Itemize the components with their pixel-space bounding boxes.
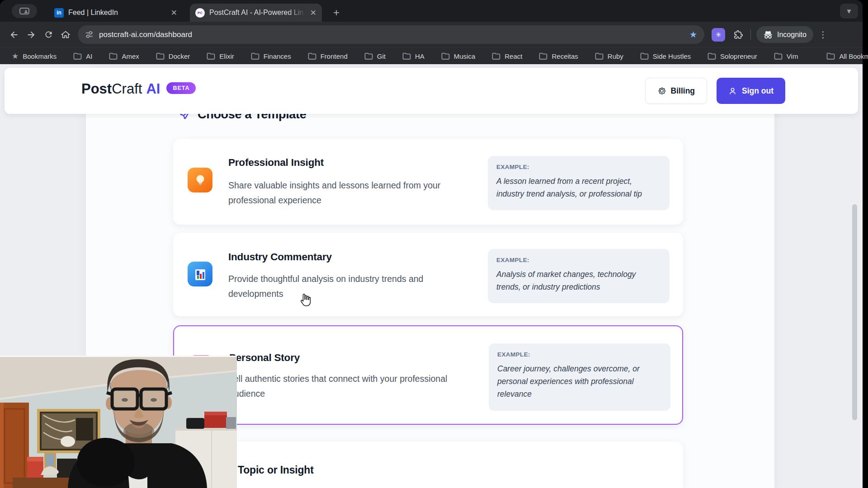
- billing-button[interactable]: Billing: [645, 78, 707, 104]
- tab-list-chevron-button[interactable]: ▼: [840, 4, 858, 19]
- bookmark-folder[interactable]: Docker: [156, 52, 190, 60]
- incognito-label: Incognito: [777, 31, 807, 39]
- example-box: EXAMPLE: Analysis of market changes, tec…: [488, 249, 670, 303]
- bar-chart-icon: [188, 262, 212, 286]
- tab-title: PostCraft AI - AI-Powered Lin: [209, 9, 306, 17]
- site-settings-icon[interactable]: [85, 30, 94, 39]
- address-bar[interactable]: postcraft-ai.com/dashboard ★: [78, 25, 704, 44]
- incognito-icon: [763, 31, 773, 39]
- gear-icon: [657, 86, 666, 95]
- back-button[interactable]: [5, 26, 23, 43]
- folder-icon: [73, 52, 82, 60]
- logo-text-regular: Craft: [112, 81, 142, 97]
- tab-strip: in Feed | LinkedIn ✕ PC PostCraft AI - A…: [0, 0, 863, 22]
- tab-title: Feed | LinkedIn: [68, 9, 166, 17]
- home-button[interactable]: [57, 26, 74, 43]
- bookmark-folder-label: Git: [377, 52, 386, 60]
- example-text: Career journey, challenges overcome, or …: [497, 362, 662, 400]
- bookmark-folders: AI Amex Docker: [73, 52, 815, 60]
- reload-button[interactable]: [40, 26, 57, 43]
- example-text: Analysis of market changes, technology t…: [496, 268, 661, 293]
- close-tab-icon[interactable]: ✕: [171, 9, 177, 17]
- bookmark-folder-label: Frontend: [321, 52, 348, 60]
- all-bookmarks-item[interactable]: All Bookmarks: [826, 52, 868, 60]
- browser-toolbar: postcraft-ai.com/dashboard ★ ✳ Incognito…: [0, 22, 863, 47]
- folder-icon: [156, 52, 165, 60]
- postcraft-icon: PC: [195, 8, 205, 18]
- bookmark-folder-label: Finances: [264, 52, 291, 60]
- template-description: Tell authentic stories that connect with…: [229, 371, 480, 401]
- extensions-puzzle-icon[interactable]: [731, 27, 746, 42]
- star-icon: ★: [12, 52, 19, 61]
- template-title: Personal Story: [229, 352, 300, 364]
- bookmark-folder-label: Elixir: [219, 52, 234, 60]
- bookmark-folder[interactable]: Solopreneur: [708, 52, 757, 60]
- all-bookmarks-label: All Bookmarks: [839, 52, 868, 60]
- template-title: Industry Commentary: [228, 251, 332, 263]
- beta-badge: BETA: [166, 82, 196, 94]
- bookmark-folder[interactable]: Side Hustles: [640, 52, 691, 60]
- bookmark-folder-label: Ruby: [608, 52, 623, 60]
- bookmark-folder[interactable]: Elixir: [207, 52, 234, 60]
- forward-button[interactable]: [23, 26, 40, 43]
- screen: in Feed | LinkedIn ✕ PC PostCraft AI - A…: [0, 0, 868, 488]
- bookmark-folder[interactable]: Finances: [251, 52, 291, 60]
- bookmark-folder-label: Musica: [454, 52, 476, 60]
- topic-input-card[interactable]: Your Topic or Insight: [173, 441, 683, 488]
- bookmarks-manager-item[interactable]: ★ Bookmarks: [12, 52, 57, 61]
- incognito-badge: Incognito: [756, 26, 813, 43]
- tab-search-button[interactable]: [12, 4, 37, 18]
- extension-icon[interactable]: ✳: [712, 28, 725, 42]
- tab-feed-linkedin[interactable]: in Feed | LinkedIn ✕: [49, 4, 183, 22]
- example-label: EXAMPLE:: [496, 164, 661, 170]
- folder-icon: [826, 52, 835, 60]
- example-text: A lesson learned from a recent project, …: [496, 175, 661, 200]
- bookmark-folder[interactable]: HA: [402, 52, 425, 60]
- bookmark-folder-label: AI: [86, 52, 92, 60]
- folder-icon: [640, 52, 649, 60]
- bookmark-folder[interactable]: Vim: [774, 52, 798, 60]
- bookmark-folder[interactable]: Musica: [441, 52, 476, 60]
- folder-icon: [109, 52, 118, 60]
- signout-button[interactable]: Sign out: [717, 78, 785, 104]
- bookmark-folder[interactable]: Frontend: [308, 52, 348, 60]
- folder-icon: [251, 52, 259, 60]
- template-description: Share valuable insights and lessons lear…: [228, 178, 461, 208]
- logo-text-accent: AI: [146, 81, 160, 97]
- folder-icon: [364, 52, 373, 60]
- bookmark-folder-label: HA: [415, 52, 425, 60]
- new-tab-button[interactable]: +: [329, 5, 344, 20]
- browser-menu-button[interactable]: ⋮: [819, 29, 827, 40]
- folder-icon: [402, 52, 411, 60]
- app-logo: PostCraftAI BETA: [81, 81, 196, 97]
- close-tab-icon[interactable]: ✕: [310, 9, 316, 17]
- bookmark-folder-label: Receitas: [552, 52, 578, 60]
- template-description: Provide thoughtful analysis on industry …: [228, 272, 450, 301]
- bookmark-folder[interactable]: Git: [364, 52, 386, 60]
- bookmarks-label: Bookmarks: [23, 52, 57, 60]
- bookmark-folder[interactable]: Amex: [109, 52, 139, 60]
- bookmark-star-icon[interactable]: ★: [689, 29, 697, 40]
- url-text[interactable]: postcraft-ai.com/dashboard: [99, 30, 689, 39]
- tab-overview-icon: [19, 8, 29, 15]
- bookmark-folder[interactable]: React: [492, 52, 522, 60]
- billing-label: Billing: [671, 86, 695, 96]
- bookmark-folder[interactable]: AI: [73, 52, 92, 60]
- tab-postcraft[interactable]: PC PostCraft AI - AI-Powered Lin ✕: [190, 4, 322, 22]
- template-card-professional-insight[interactable]: Professional Insight Share valuable insi…: [173, 139, 683, 225]
- template-card-personal-story[interactable]: Personal Story Tell authentic stories th…: [173, 325, 683, 425]
- scrollbar-thumb[interactable]: [852, 204, 857, 420]
- folder-icon: [441, 52, 450, 60]
- folder-icon: [708, 52, 716, 60]
- example-label: EXAMPLE:: [496, 257, 661, 263]
- example-box: EXAMPLE: A lesson learned from a recent …: [488, 156, 670, 210]
- folder-icon: [308, 52, 316, 60]
- bookmark-folder-label: Side Hustles: [653, 52, 691, 60]
- bookmark-folder[interactable]: Ruby: [595, 52, 623, 60]
- bookmark-folder[interactable]: Receitas: [539, 52, 578, 60]
- folder-icon: [595, 52, 604, 60]
- template-card-industry-commentary[interactable]: Industry Commentary Provide thoughtful a…: [173, 233, 683, 316]
- bookmarks-bar: ★ Bookmarks AI Amex: [0, 47, 863, 64]
- bookmark-folder-label: Vim: [787, 52, 798, 60]
- example-box: EXAMPLE: Career journey, challenges over…: [489, 343, 670, 411]
